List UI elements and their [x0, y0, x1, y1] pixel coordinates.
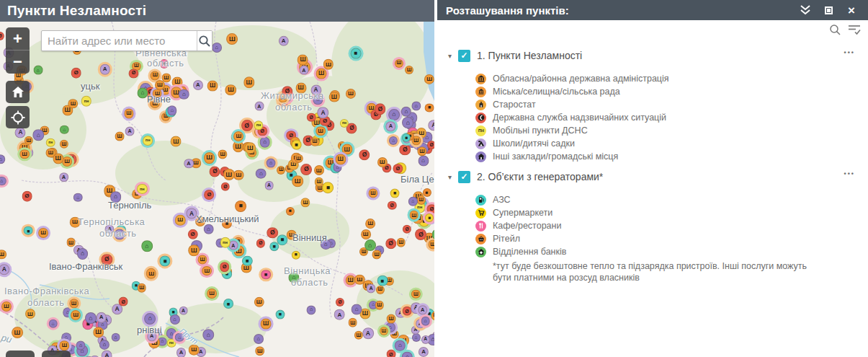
- map-marker-school[interactable]: A: [125, 126, 135, 136]
- map-marker-admin[interactable]: Ш: [233, 131, 243, 141]
- layer-options-menu[interactable]: •••: [844, 170, 855, 177]
- map-marker-dsns[interactable]: Ø: [241, 120, 253, 131]
- map-marker-rada[interactable]: Ш: [207, 288, 217, 299]
- map-marker-pn[interactable]: пн: [167, 338, 176, 348]
- map-marker-cafe[interactable]: ■: [261, 270, 271, 280]
- map-marker-admin[interactable]: Ш: [316, 68, 327, 79]
- map-marker-school[interactable]: A: [184, 159, 194, 169]
- map-marker-starostat[interactable]: Ш: [25, 309, 35, 319]
- map-marker-other[interactable]: ⌂: [170, 314, 180, 325]
- map-marker-rada[interactable]: Ш: [223, 169, 235, 180]
- layer-options-menu[interactable]: •••: [844, 49, 855, 56]
- map-marker-rada[interactable]: Ш: [255, 346, 265, 356]
- map-marker-school[interactable]: A: [179, 307, 188, 316]
- map-marker-pn[interactable]: пн: [46, 138, 55, 147]
- map-marker-rada[interactable]: Ш: [66, 237, 76, 247]
- map-marker-admin[interactable]: Ш: [261, 318, 272, 329]
- search-button[interactable]: [197, 31, 212, 50]
- map-marker-school[interactable]: A: [96, 312, 107, 323]
- map-marker-school[interactable]: A: [59, 172, 69, 182]
- map-marker-rada[interactable]: Ш: [138, 283, 147, 293]
- layer-checkbox[interactable]: ✓: [458, 171, 470, 183]
- map-marker-school[interactable]: A: [429, 120, 434, 131]
- map-marker-dsns[interactable]: Ø: [375, 103, 386, 115]
- map-marker-admin[interactable]: Ш: [207, 80, 218, 91]
- map-marker-dsns[interactable]: Ø: [220, 262, 230, 272]
- map-marker-fuel[interactable]: ■: [351, 48, 362, 58]
- map-marker-admin[interactable]: Ш: [287, 230, 297, 241]
- map-marker-rada[interactable]: Ш: [124, 109, 133, 118]
- map-canvas[interactable]: ⌂■Ш⌂⌂ШAШ■ШШ⌂ØШØ■ШШШAШШШAпнAШ■■Ш⌂⌂ШAAШAØØ…: [0, 0, 434, 357]
- map-marker-bankbranch[interactable]: ⌂: [33, 65, 42, 74]
- map-marker-admin[interactable]: Ш: [62, 157, 72, 167]
- map-marker-dsns[interactable]: Ø: [427, 141, 434, 149]
- map-marker-admin[interactable]: Ш: [204, 152, 215, 164]
- map-marker-other[interactable]: ⌂: [111, 332, 120, 342]
- map-marker-other[interactable]: ⌂: [259, 137, 270, 148]
- map-marker-rada[interactable]: Ш: [19, 149, 30, 159]
- map-marker-fuel[interactable]: ■: [275, 309, 285, 319]
- map-marker-school[interactable]: A: [310, 85, 321, 96]
- zoom-out-button[interactable]: −: [6, 50, 30, 74]
- map-marker-fuel[interactable]: ■: [24, 226, 33, 235]
- map-marker-admin[interactable]: Ш: [38, 228, 48, 238]
- map-attribution-pill[interactable]: [6, 351, 35, 357]
- map-marker-rada[interactable]: Ш: [348, 317, 357, 327]
- map-marker-dsns[interactable]: Ø: [427, 204, 434, 213]
- map-marker-admin[interactable]: Ш: [189, 345, 200, 356]
- map-marker-other[interactable]: ⌂: [402, 117, 413, 128]
- map-marker-school[interactable]: A: [334, 309, 345, 320]
- map-marker-other[interactable]: ⌂: [110, 191, 122, 203]
- map-marker-other[interactable]: ⌂: [267, 159, 276, 168]
- map-marker-other[interactable]: ⌂: [77, 248, 89, 260]
- map-marker-admin[interactable]: Ш: [292, 176, 303, 188]
- map-marker-rada[interactable]: Ш: [227, 34, 238, 45]
- close-panel-button[interactable]: ×: [844, 2, 859, 18]
- map-marker-other[interactable]: ⌂: [254, 334, 264, 344]
- map-marker-admin[interactable]: Ш: [316, 126, 326, 136]
- map-marker-other[interactable]: ⌂: [85, 312, 97, 324]
- map-marker-bankbranch[interactable]: ⌂: [364, 239, 376, 251]
- map-marker-fuel[interactable]: ■: [377, 276, 388, 286]
- map-marker-dsns[interactable]: Ø: [400, 144, 411, 156]
- map-marker-other[interactable]: ⌂: [212, 43, 222, 53]
- map-marker-dsns[interactable]: Ø: [415, 229, 426, 240]
- map-marker-admin[interactable]: Ш: [68, 99, 79, 109]
- map-marker-market[interactable]: ■: [291, 140, 302, 151]
- map-marker-admin[interactable]: Ш: [225, 84, 237, 96]
- layer-label[interactable]: 1. Пункти Незламності: [477, 50, 582, 61]
- map-marker-dsns[interactable]: Ø: [129, 69, 138, 79]
- map-marker-rada[interactable]: Ш: [365, 219, 375, 229]
- map-marker-school[interactable]: A: [264, 181, 274, 190]
- layer-expand-caret[interactable]: ▾: [448, 52, 457, 60]
- map-marker-rada[interactable]: Ш: [361, 229, 371, 239]
- toggle-all-layers-button[interactable]: [848, 25, 861, 35]
- map-marker-admin[interactable]: Ш: [297, 55, 308, 66]
- map-marker-school[interactable]: A: [102, 350, 112, 357]
- map-marker-admin[interactable]: Ш: [409, 210, 419, 219]
- map-marker-admin[interactable]: Ш: [396, 238, 406, 247]
- map-marker-rada[interactable]: Ш: [12, 327, 23, 338]
- map-marker-retail[interactable]: ■: [235, 200, 246, 212]
- map-marker-school[interactable]: A: [15, 128, 26, 138]
- restore-window-button[interactable]: [820, 2, 836, 18]
- map-marker-admin[interactable]: Ш: [314, 165, 324, 175]
- map-marker-admin[interactable]: Ш: [428, 239, 434, 249]
- map-marker-market[interactable]: ■: [390, 189, 400, 198]
- map-marker-admin[interactable]: Ш: [93, 327, 104, 338]
- map-marker-other[interactable]: ⌂: [203, 330, 215, 341]
- map-scale-pill[interactable]: [42, 351, 71, 357]
- map-marker-other[interactable]: ⌂: [352, 304, 362, 314]
- map-marker-dsns[interactable]: Ø: [210, 166, 220, 177]
- map-marker-other[interactable]: ⌂: [114, 229, 125, 239]
- map-marker-other[interactable]: ⌂: [203, 224, 214, 235]
- map-marker-other[interactable]: ⌂: [145, 313, 156, 325]
- map-marker-admin[interactable]: Ш: [189, 245, 200, 257]
- map-marker-other[interactable]: ⌂: [256, 168, 267, 179]
- home-button[interactable]: [6, 81, 30, 103]
- map-marker-rada[interactable]: Ш: [233, 170, 244, 181]
- map-marker-admin[interactable]: Ш: [155, 80, 165, 90]
- map-marker-starostat[interactable]: Ш: [244, 142, 256, 154]
- layer-expand-caret[interactable]: ▾: [448, 173, 457, 181]
- map-marker-admin[interactable]: Ш: [60, 341, 70, 351]
